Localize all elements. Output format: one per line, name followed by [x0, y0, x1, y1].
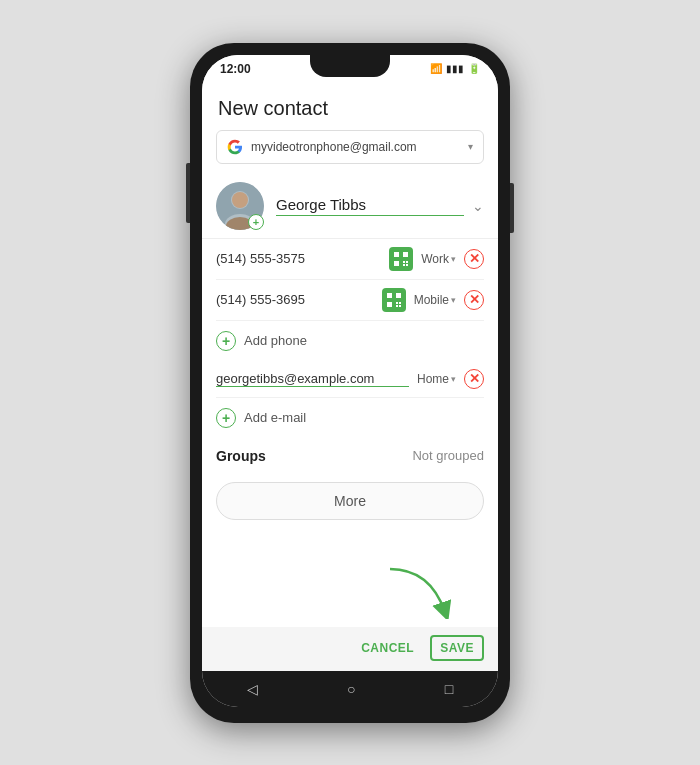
phone2-value[interactable]: (514) 555-3695	[216, 292, 374, 307]
home-button[interactable]: ○	[347, 681, 355, 697]
add-email-row[interactable]: + Add e-mail	[216, 398, 484, 438]
phone1-row: (514) 555-3575 Work ▾ ✕	[216, 239, 484, 280]
svg-rect-9	[406, 261, 408, 263]
phone1-value[interactable]: (514) 555-3575	[216, 251, 381, 266]
account-dropdown-arrow[interactable]: ▾	[468, 141, 473, 152]
status-time: 12:00	[220, 62, 251, 76]
svg-rect-17	[396, 305, 398, 307]
add-email-icon: +	[216, 408, 236, 428]
svg-rect-11	[406, 264, 408, 266]
add-photo-badge[interactable]: +	[248, 214, 264, 230]
phone2-type[interactable]: Mobile ▾	[414, 293, 456, 307]
qr-svg2	[386, 292, 402, 308]
qr-svg	[393, 251, 409, 267]
svg-rect-16	[399, 302, 401, 304]
cancel-button[interactable]: CANCEL	[361, 641, 414, 655]
status-icons: 📶 ▮▮▮ 🔋	[430, 63, 480, 74]
page-title: New contact	[202, 83, 498, 130]
avatar-wrap[interactable]: +	[216, 182, 264, 230]
form-section: (514) 555-3575 Work ▾ ✕	[202, 239, 498, 627]
svg-rect-13	[396, 293, 401, 298]
groups-label: Groups	[216, 448, 412, 464]
email1-row: georgetibbs@example.com Home ▾ ✕	[216, 361, 484, 398]
phone1-type-caret: ▾	[451, 254, 456, 264]
google-icon	[227, 139, 243, 155]
phone-frame: 12:00 📶 ▮▮▮ 🔋 New contact myvideotronpho…	[190, 43, 510, 723]
svg-rect-12	[387, 293, 392, 298]
email1-type[interactable]: Home ▾	[417, 372, 456, 386]
account-email: myvideotronphone@gmail.com	[251, 140, 468, 154]
app-content: New contact myvideotronphone@gmail.com ▾	[202, 83, 498, 671]
email1-type-caret: ▾	[451, 374, 456, 384]
contact-name[interactable]: George Tibbs	[276, 196, 464, 216]
svg-rect-14	[387, 302, 392, 307]
svg-rect-10	[403, 264, 405, 266]
groups-value: Not grouped	[412, 448, 484, 463]
svg-rect-5	[394, 252, 399, 257]
nav-bar: ◁ ○ □	[202, 671, 498, 707]
save-button[interactable]: SAVE	[430, 635, 484, 661]
phone2-row: (514) 555-3695 Mobile ▾ ✕	[216, 280, 484, 321]
cancel-save-row: CANCEL SAVE	[216, 635, 484, 661]
notch	[310, 55, 390, 77]
add-email-label: Add e-mail	[244, 410, 306, 425]
email1-value[interactable]: georgetibbs@example.com	[216, 371, 409, 387]
svg-rect-7	[394, 261, 399, 266]
battery-icon: 🔋	[468, 63, 480, 74]
phone1-type[interactable]: Work ▾	[421, 252, 456, 266]
add-phone-row[interactable]: + Add phone	[216, 321, 484, 361]
phone-screen: 12:00 📶 ▮▮▮ 🔋 New contact myvideotronpho…	[202, 55, 498, 707]
phone1-remove-button[interactable]: ✕	[464, 249, 484, 269]
recent-button[interactable]: □	[445, 681, 453, 697]
back-button[interactable]: ◁	[247, 681, 258, 697]
signal-icon: ▮▮▮	[446, 63, 464, 74]
more-button[interactable]: More	[216, 482, 484, 520]
email1-remove-button[interactable]: ✕	[464, 369, 484, 389]
svg-rect-8	[403, 261, 405, 263]
expand-button[interactable]: ⌄	[472, 198, 484, 214]
wifi-icon: 📶	[430, 63, 442, 74]
email1-type-label: Home	[417, 372, 449, 386]
phone1-qr-icon[interactable]	[389, 247, 413, 271]
phone2-remove-button[interactable]: ✕	[464, 290, 484, 310]
contact-header: + George Tibbs ⌄	[202, 174, 498, 239]
svg-point-3	[232, 192, 248, 208]
add-phone-label: Add phone	[244, 333, 307, 348]
action-area: CANCEL SAVE	[202, 627, 498, 671]
svg-rect-18	[399, 305, 401, 307]
svg-rect-15	[396, 302, 398, 304]
phone2-type-caret: ▾	[451, 295, 456, 305]
groups-row: Groups Not grouped	[216, 438, 484, 474]
svg-rect-6	[403, 252, 408, 257]
phone2-qr-icon[interactable]	[382, 288, 406, 312]
phone2-type-label: Mobile	[414, 293, 449, 307]
account-selector[interactable]: myvideotronphone@gmail.com ▾	[216, 130, 484, 164]
add-phone-icon: +	[216, 331, 236, 351]
phone1-type-label: Work	[421, 252, 449, 266]
